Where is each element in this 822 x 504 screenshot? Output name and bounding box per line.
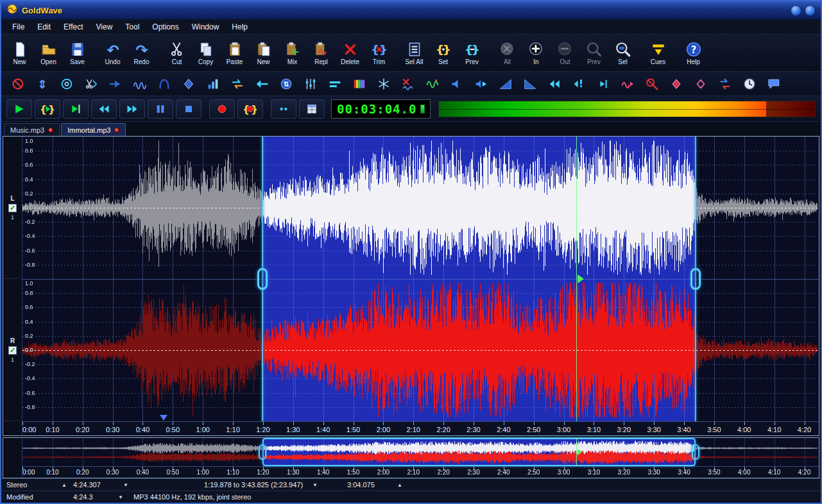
- channel-mode[interactable]: Stereo▲: [6, 481, 71, 489]
- effect-disable-button[interactable]: [9, 75, 27, 93]
- zoom-in-button[interactable]: In: [522, 37, 551, 70]
- file-format[interactable]: MP3 44100 Hz, 192 kbps, joint stereo: [133, 493, 255, 501]
- save-button[interactable]: Save: [63, 37, 92, 70]
- zoom-prev-button[interactable]: Prev: [579, 37, 608, 70]
- menu-window[interactable]: Window: [186, 21, 225, 33]
- menu-help[interactable]: Help: [226, 21, 253, 33]
- record-button[interactable]: [209, 99, 235, 119]
- control-window-button[interactable]: [299, 99, 325, 119]
- reverb-button[interactable]: [667, 75, 685, 93]
- silence-removal-button[interactable]: [399, 75, 417, 93]
- invert-button[interactable]: [155, 75, 173, 93]
- fade-in-button[interactable]: [497, 75, 515, 93]
- paste-new-button[interactable]: New: [249, 37, 278, 70]
- cues-button[interactable]: Cues: [644, 37, 672, 70]
- playback-device-button[interactable]: ⇅: [277, 75, 295, 93]
- playback-position-dropdown-up-icon[interactable]: ▲: [397, 482, 402, 488]
- overview-selection-start-handle[interactable]: [259, 444, 266, 460]
- redo-button[interactable]: ↷Redo: [127, 37, 156, 70]
- prev-marker-button[interactable]: {}Prev: [458, 37, 486, 70]
- shift-left-button[interactable]: [545, 75, 563, 93]
- equalizer-button[interactable]: [302, 75, 320, 93]
- trim-button[interactable]: {}Trim: [364, 37, 393, 70]
- help-button[interactable]: ?Help: [679, 37, 708, 70]
- tab-immortal-mp3[interactable]: Immortal.mp3: [61, 123, 126, 136]
- spectrum-analyzer-button[interactable]: [424, 75, 441, 93]
- display-length[interactable]: 4:24.3▼: [73, 493, 127, 501]
- menu-file[interactable]: File: [6, 21, 30, 33]
- overview-playback-marker[interactable]: [576, 438, 577, 466]
- new-button[interactable]: New: [5, 37, 34, 70]
- replace-button[interactable]: Repl: [307, 37, 336, 70]
- spectrum-filter-button[interactable]: [350, 75, 368, 93]
- overview-ruler[interactable]: 0:000:100:200:300:400:501:001:101:201:30…: [22, 466, 819, 478]
- rewind-button[interactable]: [91, 99, 117, 119]
- mixer-button[interactable]: [204, 75, 222, 93]
- set-marker-button[interactable]: {}Set: [429, 37, 458, 70]
- monitor-button[interactable]: [271, 99, 296, 119]
- match-volume-button[interactable]: [58, 75, 76, 93]
- selection-start-handle[interactable]: [257, 268, 268, 290]
- echo-button[interactable]: [692, 75, 710, 93]
- comments-button[interactable]: [765, 75, 783, 93]
- overview-selection-end-handle[interactable]: [692, 444, 699, 460]
- swap-channels-button[interactable]: [228, 75, 246, 93]
- tab-modified-dot[interactable]: [48, 128, 53, 133]
- pause-button[interactable]: [148, 99, 173, 119]
- menu-view[interactable]: View: [90, 21, 119, 33]
- total-length-dropdown-down-icon[interactable]: ▼: [123, 482, 128, 488]
- copy-button[interactable]: Copy: [191, 37, 220, 70]
- menu-edit[interactable]: Edit: [31, 21, 56, 33]
- noise-reduction-button[interactable]: [375, 75, 393, 93]
- overview-area[interactable]: 0:000:100:200:300:400:501:001:101:201:30…: [22, 438, 819, 478]
- zoom-out-button[interactable]: Out: [551, 37, 579, 70]
- goto-marker-button[interactable]: [107, 75, 124, 93]
- cue-marker[interactable]: [160, 415, 167, 421]
- menu-effect[interactable]: Effect: [58, 21, 89, 33]
- tab-music-mp3[interactable]: Music.mp3: [4, 123, 60, 136]
- playback-position-marker[interactable]: [576, 137, 577, 421]
- tab-modified-dot[interactable]: [114, 128, 119, 133]
- monitor-speaker-button[interactable]: [472, 75, 490, 93]
- cut-button[interactable]: Cut: [162, 37, 191, 70]
- flanger-button[interactable]: [180, 75, 198, 93]
- back-shift-button[interactable]: [253, 75, 271, 93]
- paste-button[interactable]: Paste: [220, 37, 249, 70]
- seek-warning-button[interactable]: !: [570, 75, 588, 93]
- undo-button[interactable]: ↶Undo: [98, 37, 127, 70]
- noise-gate-button[interactable]: [643, 75, 661, 93]
- selection-end-handle[interactable]: [690, 268, 701, 290]
- channel-mixer-button[interactable]: [716, 75, 734, 93]
- right-channel-canvas[interactable]: [22, 279, 819, 421]
- zoom-sel-button[interactable]: Sel: [608, 37, 637, 70]
- doppler-button[interactable]: [131, 75, 149, 93]
- minimize-button[interactable]: [791, 5, 801, 16]
- pitch-shift-button[interactable]: [619, 75, 637, 93]
- selection-range[interactable]: 1:19.878 to 3:43.825 (2:23.947)▼: [204, 481, 321, 489]
- display-length-dropdown-down-icon[interactable]: ▼: [118, 494, 123, 500]
- menu-options[interactable]: Options: [146, 21, 184, 33]
- time-ruler[interactable]: 0:000:100:200:300:400:501:001:101:201:30…: [22, 421, 819, 435]
- playback-position[interactable]: 3:04.075▲: [347, 481, 406, 489]
- left-channel-canvas[interactable]: [22, 137, 819, 279]
- smart-edit-button[interactable]: [82, 75, 100, 93]
- timer-button[interactable]: [741, 75, 758, 93]
- waveform-area[interactable]: 0:000:100:200:300:400:501:001:101:201:30…: [22, 137, 819, 435]
- play-from-button[interactable]: [63, 99, 89, 119]
- stop-button[interactable]: [176, 99, 201, 119]
- adjust-volume-button[interactable]: ⇕: [33, 75, 51, 93]
- mix-button[interactable]: +Mix: [278, 37, 307, 70]
- modified-state[interactable]: Modified: [6, 493, 71, 501]
- step-forward-button[interactable]: [594, 75, 612, 93]
- channel-r-enable-checkbox[interactable]: ✓: [8, 346, 17, 355]
- channel-l-enable-checkbox[interactable]: ✓: [8, 204, 17, 212]
- play-selection-button[interactable]: {}: [35, 99, 60, 119]
- bands-button[interactable]: [326, 75, 344, 93]
- overview-selection-box[interactable]: [262, 438, 696, 466]
- zoom-all-button[interactable]: All: [493, 37, 522, 70]
- total-length[interactable]: 4:24.307▼: [73, 481, 132, 489]
- open-button[interactable]: Open: [34, 37, 63, 70]
- fade-out-button[interactable]: [521, 75, 539, 93]
- record-selection-button[interactable]: {}: [237, 99, 263, 119]
- play-button[interactable]: [6, 99, 32, 119]
